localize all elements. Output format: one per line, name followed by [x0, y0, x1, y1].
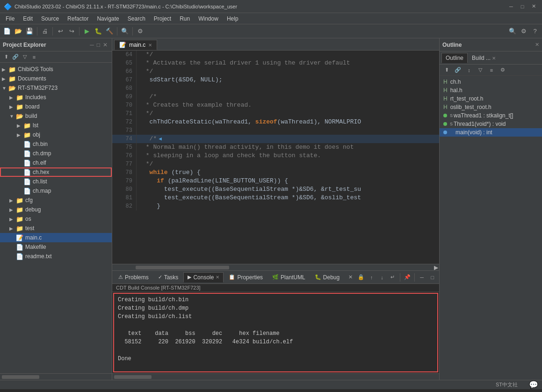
tree-item-main-c[interactable]: ▶ 📝 main.c	[0, 233, 112, 242]
menu-navigate[interactable]: Navigate	[93, 15, 123, 23]
outline-settings-btn[interactable]: ⚙	[498, 65, 508, 75]
outline-item-wathread1[interactable]: S waThread1 : stkalign_t[]	[440, 111, 542, 120]
pe-maximize-btn[interactable]: □	[95, 42, 101, 48]
console-word-wrap-btn[interactable]: ↵	[388, 272, 397, 283]
pe-collapse-btn[interactable]: ⬆	[2, 53, 10, 61]
code-editor[interactable]: 64 */ 65 * Activates the serial driver 1…	[112, 51, 439, 264]
console-tab-console[interactable]: ▶ Console ✕	[183, 272, 224, 283]
outline-item-rt-test-root-h[interactable]: H rt_test_root.h	[440, 94, 542, 103]
tree-item-test[interactable]: ▶ 📁 test	[0, 224, 112, 233]
breakpoint-73[interactable]	[112, 126, 118, 135]
breakpoint-74[interactable]	[112, 135, 118, 143]
menu-edit[interactable]: Edit	[19, 15, 36, 23]
console-scroll-down-btn[interactable]: ↓	[377, 272, 387, 283]
build-tab-close-btn[interactable]: ✕	[492, 56, 496, 61]
tree-item-build[interactable]: ▼ 📂 build	[0, 111, 112, 121]
menu-file[interactable]: File	[2, 15, 18, 23]
search-icon-right[interactable]: 🔍	[507, 26, 518, 36]
build-button[interactable]: 🔨	[104, 26, 115, 36]
console-pin-btn[interactable]: 📌	[403, 272, 412, 283]
console-clear-btn[interactable]: ✕	[346, 272, 355, 283]
close-button[interactable]: ✕	[529, 3, 538, 10]
new-file-button[interactable]: 📄	[2, 26, 12, 36]
settings-button[interactable]: ⚙	[135, 26, 145, 36]
tree-item-board[interactable]: ▶ 📁 board	[0, 102, 112, 111]
breakpoint-70[interactable]	[112, 101, 118, 109]
tree-item-rt-stm32f723[interactable]: ▼ 📂 RT-STM32F723	[0, 83, 112, 93]
chat-icon[interactable]: 💬	[529, 380, 538, 389]
tree-item-readme[interactable]: ▶ 📄 readme.txt	[0, 252, 112, 261]
outline-item-main[interactable]: main(void) : int	[440, 128, 542, 137]
console-tab-problems[interactable]: ⚠ Problems	[114, 272, 153, 283]
pe-close-btn[interactable]: ✕	[101, 42, 109, 48]
tree-item-ch-bin[interactable]: ▶ 📄 ch.bin	[0, 139, 112, 149]
tree-item-cfg[interactable]: ▶ 📁 cfg	[0, 196, 112, 205]
console-scroll-lock-btn[interactable]: 🔒	[356, 272, 366, 283]
outline-item-thread1[interactable]: S Thread1(void*) : void	[440, 120, 542, 128]
undo-button[interactable]: ↩	[55, 26, 65, 36]
print-button[interactable]: 🖨	[40, 26, 50, 36]
outline-item-hal-h[interactable]: H hal.h	[440, 86, 542, 94]
tree-item-ch-dmp[interactable]: ▶ 📄 ch.dmp	[0, 149, 112, 158]
help-icon-right[interactable]: ?	[530, 26, 540, 36]
pe-link-btn[interactable]: 🔗	[11, 53, 20, 61]
tree-item-debug[interactable]: ▶ 📁 debug	[0, 205, 112, 214]
pe-filter-btn[interactable]: ▽	[21, 53, 29, 61]
breakpoint-67[interactable]	[112, 76, 118, 84]
outline-collapse-all-btn[interactable]: ⬆	[441, 65, 452, 75]
tree-item-makefile[interactable]: ▶ 📄 Makefile	[0, 242, 112, 252]
outline-link-editor-btn[interactable]: 🔗	[453, 65, 463, 75]
tree-item-includes[interactable]: ▶ 📁 Includes	[0, 93, 112, 102]
console-minimize-btn[interactable]: ─	[417, 272, 427, 283]
debug-button[interactable]: 🐛	[93, 26, 103, 36]
breakpoint-80[interactable]	[112, 185, 118, 194]
breakpoint-68[interactable]	[112, 84, 118, 93]
maximize-button[interactable]: □	[518, 3, 527, 10]
tree-item-chibios-tools[interactable]: ▶ 📁 ChibiOS Tools	[0, 65, 112, 74]
gear-icon-right[interactable]: ⚙	[519, 26, 529, 36]
tree-item-documents[interactable]: ▶ 📁 Documents	[0, 74, 112, 83]
console-tab-tasks[interactable]: ✓ Tasks	[154, 272, 183, 283]
tab-main-c[interactable]: 📝 main.c ✕	[114, 40, 157, 50]
menu-help[interactable]: Help	[223, 15, 242, 23]
outline-tab-outline[interactable]: Outline	[441, 53, 468, 63]
menu-window[interactable]: Window	[195, 15, 222, 23]
breakpoint-64[interactable]	[112, 51, 118, 59]
tree-item-ch-hex[interactable]: ▶ 📄 ch.hex	[0, 167, 112, 177]
menu-project[interactable]: Project	[150, 15, 175, 23]
search-button[interactable]: 🔍	[120, 26, 130, 36]
breakpoint-66[interactable]	[112, 67, 118, 76]
breakpoint-72[interactable]	[112, 118, 118, 126]
console-tab-properties[interactable]: 📋 Properties	[224, 272, 267, 283]
pe-scrollbar[interactable]	[0, 373, 112, 380]
bottom-scrollbar[interactable]	[112, 373, 439, 380]
scroll-right-btn[interactable]: ▶	[433, 264, 439, 271]
open-button[interactable]: 📂	[13, 26, 23, 36]
console-close-btn[interactable]: ✕	[216, 275, 219, 280]
console-tab-plantuml[interactable]: 🌿 PlantUML	[268, 272, 310, 283]
minimize-button[interactable]: ─	[506, 3, 516, 10]
menu-run[interactable]: Run	[176, 15, 194, 23]
tab-close-button[interactable]: ✕	[148, 43, 152, 48]
console-maximize-btn[interactable]: □	[428, 272, 438, 283]
breakpoint-75[interactable]	[112, 143, 118, 152]
outline-tab-build[interactable]: Build ... ✕	[468, 53, 500, 63]
outline-item-ch-h[interactable]: H ch.h	[440, 78, 542, 86]
breakpoint-81[interactable]	[112, 194, 118, 202]
outline-filter-btn[interactable]: ▽	[475, 65, 485, 75]
run-button[interactable]: ▶	[82, 26, 92, 36]
outline-sort-btn[interactable]: ↕	[464, 65, 474, 75]
breakpoint-65[interactable]	[112, 59, 118, 67]
menu-refactor[interactable]: Refactor	[64, 15, 92, 23]
breakpoint-79[interactable]	[112, 177, 118, 185]
tree-item-obj[interactable]: ▶ 📁 obj	[0, 130, 112, 139]
pe-minimize-btn[interactable]: ─	[88, 42, 95, 48]
breakpoint-82[interactable]	[112, 202, 118, 211]
tree-item-os[interactable]: ▶ 📁 os	[0, 214, 112, 224]
breakpoint-76[interactable]	[112, 152, 118, 160]
outline-hide-fields-btn[interactable]: ≡	[486, 65, 497, 75]
tree-item-ch-elf[interactable]: ▶ 📄 ch.elf	[0, 158, 112, 167]
console-tab-debug[interactable]: 🐛 Debug	[311, 272, 344, 283]
menu-search[interactable]: Search	[124, 15, 149, 23]
tree-item-ch-list[interactable]: ▶ 📄 ch.list	[0, 177, 112, 186]
